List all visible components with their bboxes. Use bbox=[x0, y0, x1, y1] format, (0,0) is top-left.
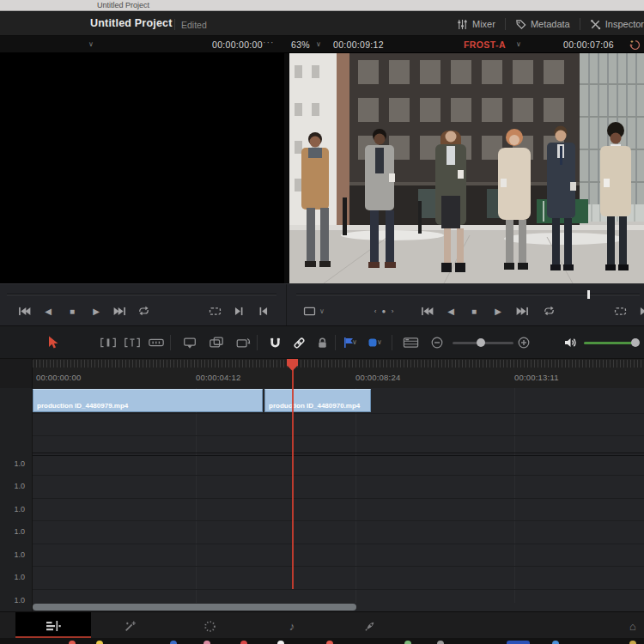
timeline-step-forward-button[interactable] bbox=[512, 302, 532, 319]
timeline-clip[interactable]: production ID_4480979.mp4 bbox=[33, 389, 263, 412]
home-icon: ⌂ bbox=[629, 620, 636, 633]
color-page-tab[interactable] bbox=[201, 618, 218, 634]
fusion-page-tab[interactable] bbox=[121, 618, 138, 634]
scrub-playhead-tick[interactable] bbox=[587, 290, 590, 299]
position-lock-button[interactable] bbox=[312, 334, 332, 351]
resolve-color-management-icon[interactable] bbox=[629, 39, 641, 52]
dock-app-icon[interactable] bbox=[277, 641, 284, 644]
overwrite-clip-icon bbox=[209, 336, 224, 349]
zoom-slider-knob[interactable] bbox=[477, 338, 485, 347]
timeline-area[interactable]: production ID_4480979.mp4 production ID_… bbox=[0, 388, 644, 611]
timeline-clip[interactable]: production ID_4480970.mp4 bbox=[264, 389, 371, 412]
timeline-timecode[interactable]: 00:00:07:06 bbox=[563, 39, 614, 50]
dock-app-icon[interactable] bbox=[326, 641, 333, 644]
monitor-volume-slider[interactable] bbox=[584, 342, 640, 344]
volume-slider-knob[interactable] bbox=[631, 338, 640, 347]
inspector-button[interactable]: Inspector bbox=[590, 19, 644, 30]
audio-monitor-button[interactable] bbox=[560, 334, 580, 351]
source-stop-button[interactable]: ■ bbox=[62, 302, 82, 319]
insert-clip-icon bbox=[182, 336, 197, 349]
dock-app-icon[interactable] bbox=[96, 641, 103, 644]
source-goto-out-button[interactable] bbox=[228, 302, 249, 319]
zoom-in-button[interactable] bbox=[513, 334, 534, 351]
dock-app-icon[interactable] bbox=[69, 641, 76, 644]
source-loop-button[interactable] bbox=[133, 302, 154, 319]
timeline-loop-button[interactable] bbox=[538, 302, 559, 319]
viewer-overlay-mode-button[interactable] bbox=[299, 302, 319, 319]
overlay-mode-chevron-icon[interactable]: ∨ bbox=[319, 307, 325, 315]
dock-app-icon[interactable] bbox=[629, 641, 636, 644]
zoom-out-button[interactable] bbox=[427, 334, 447, 351]
ruler-timecode: 00:00:04:12 bbox=[196, 373, 240, 382]
source-match-frame-button[interactable] bbox=[204, 302, 225, 319]
dock-app-icon[interactable] bbox=[240, 641, 247, 644]
speaker-icon bbox=[563, 337, 577, 349]
dock-app-icon[interactable] bbox=[437, 641, 444, 644]
timeline-horizontal-scrollbar[interactable] bbox=[33, 604, 356, 611]
source-clip-menu-chevron-icon[interactable]: ∨ bbox=[88, 40, 94, 48]
selection-mode-button[interactable] bbox=[43, 334, 64, 351]
dock-app-icon[interactable] bbox=[552, 641, 559, 644]
audio-track-level[interactable]: 1.0 bbox=[14, 459, 25, 468]
track-separator bbox=[0, 544, 644, 544]
insert-clip-button[interactable] bbox=[179, 334, 200, 351]
dynamic-trim-mode-button[interactable] bbox=[122, 334, 143, 351]
dock-app-icon[interactable] bbox=[170, 641, 177, 644]
overwrite-clip-button[interactable] bbox=[206, 334, 227, 351]
source-scrub-bar[interactable] bbox=[7, 294, 276, 295]
trim-edit-mode-button[interactable] bbox=[98, 334, 118, 351]
timeline-ruler[interactable]: 00:00:00:00 00:00:04:12 00:00:08:24 00:0… bbox=[0, 358, 644, 388]
audio-track-level[interactable]: 1.0 bbox=[14, 505, 25, 513]
linked-selection-button[interactable] bbox=[289, 334, 309, 351]
clip-duration-timecode[interactable]: 00:00:09:12 bbox=[333, 39, 384, 50]
mixer-button[interactable]: Mixer bbox=[457, 19, 495, 30]
source-play-button[interactable]: ▶ bbox=[86, 302, 106, 319]
dock-app-icon[interactable] bbox=[404, 641, 411, 644]
window-titlebar[interactable]: Untitled Project bbox=[0, 0, 644, 11]
edit-page-tab[interactable] bbox=[45, 618, 62, 634]
audio-track-level[interactable]: 1.0 bbox=[14, 527, 25, 536]
snapping-button[interactable] bbox=[264, 334, 285, 351]
blade-edit-mode-button[interactable] bbox=[146, 334, 167, 351]
timeline-zoom-slider[interactable] bbox=[453, 342, 513, 344]
source-step-back-button[interactable]: ◀ bbox=[38, 302, 58, 319]
timeline-menu-chevron-icon[interactable]: ∨ bbox=[516, 40, 521, 48]
timeline-step-back-button[interactable]: ◀ bbox=[440, 302, 461, 319]
timeline-play-button[interactable]: ▶ bbox=[488, 302, 508, 319]
viewer-zoom-level[interactable]: 63% bbox=[291, 39, 310, 50]
source-timecode[interactable]: 00:00:00:00 bbox=[212, 39, 263, 50]
dock-app-icon[interactable] bbox=[204, 641, 210, 644]
source-goto-in-button[interactable] bbox=[252, 302, 273, 319]
flag-chevron-icon[interactable]: ∨ bbox=[352, 338, 357, 346]
timeline-goto-out-button[interactable] bbox=[634, 302, 644, 319]
timeline-viewer-screen[interactable] bbox=[289, 53, 644, 283]
trim-icon bbox=[100, 337, 117, 349]
home-button[interactable]: ⌂ bbox=[624, 618, 641, 634]
zoom-menu-chevron-icon[interactable]: ∨ bbox=[316, 40, 321, 48]
timeline-match-frame-button[interactable] bbox=[610, 302, 630, 319]
fairlight-page-tab[interactable]: ♪ bbox=[283, 618, 301, 634]
jog-control[interactable]: ‹ ● › bbox=[369, 302, 400, 319]
timeline-view-options-button[interactable] bbox=[400, 334, 421, 351]
source-options-icon[interactable]: ··· bbox=[263, 37, 275, 47]
dock-app-icon[interactable] bbox=[507, 641, 530, 644]
source-step-forward-button[interactable] bbox=[109, 302, 130, 319]
audio-track-level[interactable]: 1.0 bbox=[14, 596, 25, 605]
timeline-first-frame-button[interactable] bbox=[416, 302, 437, 319]
deliver-page-tab[interactable] bbox=[361, 618, 378, 634]
audio-track-level[interactable]: 1.0 bbox=[14, 573, 25, 581]
track-header-column[interactable]: 1.0 1.0 1.0 1.0 1.0 1.0 1.0 bbox=[0, 388, 33, 611]
metadata-button[interactable]: Metadata bbox=[515, 19, 570, 30]
timeline-stop-button[interactable]: ■ bbox=[464, 302, 484, 319]
viewer-header-bar: ∨ 00:00:00:00 ··· 63% ∨ 00:00:09:12 FROS… bbox=[0, 36, 644, 53]
replace-clip-button[interactable] bbox=[233, 334, 253, 351]
audio-track-level[interactable]: 1.0 bbox=[14, 550, 25, 559]
source-first-frame-button[interactable] bbox=[14, 302, 34, 319]
edit-toolbar: ∨ ∨ bbox=[0, 325, 644, 358]
marker-chevron-icon[interactable]: ∨ bbox=[377, 338, 382, 346]
timeline-name[interactable]: FROST-A bbox=[464, 39, 506, 50]
source-viewer-screen[interactable] bbox=[0, 53, 284, 283]
volume-fill bbox=[584, 342, 637, 344]
header-separator bbox=[174, 19, 175, 30]
audio-track-level[interactable]: 1.0 bbox=[14, 482, 25, 490]
